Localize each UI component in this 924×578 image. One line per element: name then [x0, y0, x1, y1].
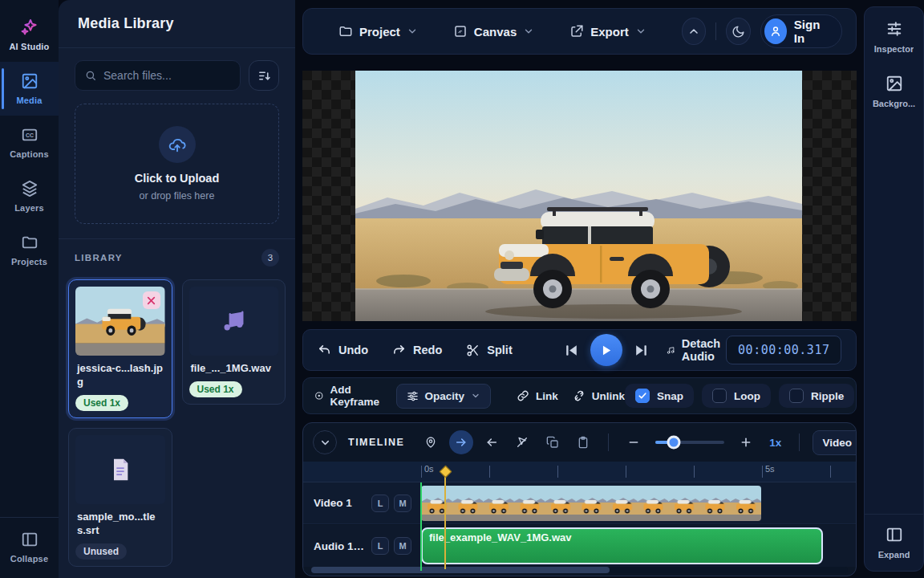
media-card-subtitle[interactable]: sample_mo...tles.srt Unused — [68, 428, 172, 567]
sort-button[interactable] — [249, 60, 279, 91]
sidebar-item-captions[interactable]: CC Captions — [0, 116, 59, 169]
seek-forward-tool-button[interactable] — [449, 430, 473, 454]
opacity-dropdown[interactable]: Opacity — [396, 384, 492, 409]
zoom-level-label: 1x — [769, 437, 781, 449]
image-icon — [21, 72, 38, 90]
paste-button[interactable] — [571, 430, 595, 454]
link-button[interactable]: Link — [517, 389, 558, 402]
checkbox — [712, 389, 727, 403]
video-editor-app: AI Studio Media CC Captions Layers Proje… — [0, 0, 924, 578]
zoom-in-button[interactable] — [734, 430, 758, 454]
menu-label: Project — [359, 25, 400, 39]
toggle-label: Snap — [657, 390, 683, 402]
add-keyframe-button[interactable]: Add Keyframe — [314, 384, 383, 408]
seek-back-tool-button[interactable] — [480, 430, 504, 454]
loop-toggle[interactable]: Loop — [702, 384, 771, 408]
delete-media-button[interactable] — [143, 291, 160, 309]
collapse-topbar-button[interactable] — [682, 18, 707, 45]
collapse-panel-button[interactable]: Collapse — [0, 517, 59, 578]
media-card-audio[interactable]: file_..._1MG.wav Used 1x — [182, 279, 286, 405]
copy-button[interactable] — [541, 430, 565, 454]
upload-dropzone[interactable]: Click to Upload or drop files here — [75, 104, 279, 224]
ruler-tick — [830, 466, 831, 478]
redo-button[interactable]: Redo — [392, 344, 442, 357]
map-pin-icon — [424, 436, 437, 449]
search-box[interactable] — [75, 60, 241, 91]
skip-back-icon[interactable] — [564, 343, 579, 358]
theme-toggle-button[interactable] — [726, 18, 751, 45]
sidebar-item-media[interactable]: Media — [0, 62, 59, 116]
unlink-label: Unlink — [592, 390, 625, 402]
sidebar-item-layers[interactable]: Layers — [0, 169, 59, 223]
detach-audio-button[interactable]: Detach Audio — [667, 337, 726, 363]
sidebar-spacer — [865, 116, 923, 514]
zoom-slider-knob[interactable] — [667, 436, 680, 450]
zoom-out-button[interactable] — [622, 430, 646, 454]
export-icon — [569, 24, 584, 39]
chevron-down-icon — [523, 26, 534, 37]
expand-panel-button[interactable]: Expand — [865, 514, 923, 571]
track-type-dropdown[interactable]: Video — [813, 430, 857, 455]
usage-badge: Used 1x — [75, 395, 128, 411]
sliders-icon — [407, 390, 419, 402]
timeline-collapse-button[interactable] — [313, 430, 337, 454]
image-thumbnail — [75, 287, 165, 356]
sidebar-item-projects[interactable]: Projects — [0, 223, 59, 277]
search-input[interactable] — [103, 69, 230, 82]
track-name: Video 1 — [314, 497, 367, 509]
canvas-menu[interactable]: Canvas — [453, 24, 534, 39]
export-menu[interactable]: Export — [569, 24, 646, 39]
divider — [715, 22, 716, 40]
undo-label: Undo — [338, 344, 368, 356]
top-menubar: Project Canvas Export — [302, 8, 857, 55]
sliders-icon — [886, 20, 903, 38]
split-button[interactable]: Split — [466, 344, 512, 357]
copy-icon — [546, 436, 559, 449]
deselect-tool-button[interactable] — [510, 430, 534, 454]
video-preview-canvas[interactable] — [302, 71, 857, 321]
toggle-label: Ripple — [811, 390, 844, 402]
track-lock-button[interactable]: L — [371, 537, 389, 555]
playhead-line[interactable] — [444, 466, 446, 569]
sidebar-item-label: Captions — [10, 149, 49, 159]
timecode-display: 00:00:00.317 — [726, 336, 841, 364]
timeline-ruler[interactable]: 0s5s — [303, 462, 856, 482]
preview-frame — [355, 71, 802, 321]
timeline-scrollbar[interactable] — [311, 567, 848, 573]
sidebar-item-ai-studio[interactable]: AI Studio — [0, 6, 59, 62]
track-mute-button[interactable]: M — [394, 537, 411, 555]
subtitle-thumbnail — [75, 435, 165, 504]
chevron-down-icon — [319, 437, 331, 449]
marker-pin-button[interactable] — [419, 430, 443, 454]
image-icon — [886, 75, 903, 92]
left-sidebar: AI Studio Media CC Captions Layers Proje… — [0, 0, 59, 578]
snap-toggle[interactable]: Snap — [625, 384, 694, 408]
project-menu[interactable]: Project — [338, 24, 418, 39]
upload-title: Click to Upload — [135, 172, 220, 185]
scissors-icon — [466, 344, 480, 357]
ripple-toggle[interactable]: Ripple — [779, 384, 854, 408]
track-mute-button[interactable]: M — [394, 495, 411, 512]
track-lock-button[interactable]: L — [371, 495, 389, 512]
track-type-label: Video — [822, 437, 852, 449]
chevron-down-icon — [471, 391, 480, 401]
video-clip[interactable] — [421, 486, 761, 521]
undo-button[interactable]: Undo — [318, 344, 368, 357]
split-label: Split — [487, 344, 512, 356]
sign-in-button[interactable]: Sign In — [760, 14, 842, 48]
arrow-right-icon — [455, 436, 468, 449]
audio-clip-selected[interactable]: file_example_WAV_1MG.wav — [421, 527, 823, 564]
timeline-scrollbar-thumb[interactable] — [311, 567, 610, 573]
zoom-slider[interactable] — [655, 441, 724, 444]
play-button[interactable] — [590, 334, 622, 366]
toggle-group: Snap Loop Ripple — [625, 384, 854, 408]
library-count-badge: 3 — [261, 249, 279, 267]
sidebar-item-inspector[interactable]: Inspector — [865, 7, 923, 62]
link-icon — [517, 389, 529, 402]
unlink-button[interactable]: Unlink — [573, 389, 625, 402]
playback-controls-bar: Undo Redo Split Detach Audio 00:0 — [302, 329, 857, 371]
skip-forward-icon[interactable] — [634, 343, 649, 358]
sidebar-item-background[interactable]: Backgro... — [865, 62, 923, 116]
usage-badge: Used 1x — [189, 381, 242, 397]
media-card-image[interactable]: jessica-c...lash.jpg Used 1x — [68, 279, 172, 418]
